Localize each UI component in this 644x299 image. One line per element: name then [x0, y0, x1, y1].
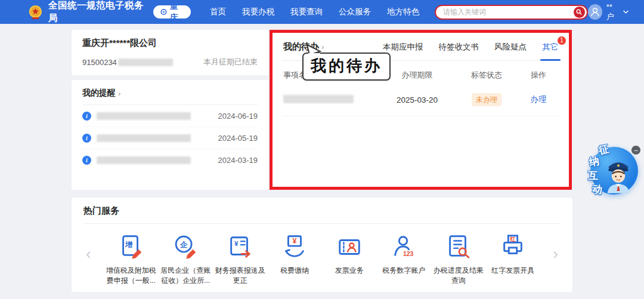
service-vat-declare[interactable]: 增 增值税及附加税费申报（一般... — [104, 233, 159, 286]
service-label: 税务数字账户 — [382, 266, 425, 276]
nav-item-handle-tax[interactable]: 我要办税 — [242, 7, 274, 17]
tab-others[interactable]: 其它 1 — [542, 42, 558, 53]
nav-item-public-service[interactable]: 公众服务 — [339, 7, 371, 17]
red-invoice-icon: 红 — [499, 233, 527, 261]
service-resident-enterprise[interactable]: 企 居民企业（查账征收）企业所... — [159, 233, 213, 286]
search-input[interactable] — [443, 8, 574, 16]
digital-account-icon: 123 — [390, 233, 417, 261]
tax-payment-icon: ¥ — [281, 233, 308, 261]
company-info-card: 重庆开******限公司 91500234 本月征期已结束 — [72, 30, 268, 75]
location-label: 重庆 — [170, 1, 184, 23]
tax-bureau-logo — [27, 4, 44, 20]
reminder-date: 2024-06-19 — [218, 112, 258, 121]
vat-declare-icon: 增 — [117, 233, 145, 261]
reminder-date: 2024-03-19 — [218, 156, 258, 165]
my-todo-panel-highlighted: 我的待办 › 本期应申报 待签收文书 风险疑点 其它 1 我的待办 事项名称 办… — [270, 30, 572, 190]
service-label: 发票业务 — [335, 266, 364, 276]
redacted-text — [118, 58, 173, 66]
todo-item-name — [283, 95, 380, 105]
user-icon — [589, 5, 602, 19]
redacted-text — [97, 112, 191, 120]
service-label: 办税进度及结果查询 — [431, 266, 486, 286]
info-icon: i — [82, 134, 91, 143]
mascot-label: 纳 — [588, 154, 600, 169]
hot-services-title: 热门服务 — [83, 205, 561, 217]
redacted-text — [97, 156, 191, 164]
svg-text:红: 红 — [509, 236, 516, 242]
tab-risk-points[interactable]: 风险疑点 — [494, 42, 527, 53]
todo-deadline: 2025-03-20 — [380, 95, 454, 104]
chevron-down-icon — [623, 10, 628, 14]
svg-text:123: 123 — [403, 250, 414, 257]
site-title: 全国统一规范电子税务局 — [48, 0, 146, 24]
service-financial-report[interactable]: ¥ 财务报表报送及更正 — [213, 233, 268, 286]
service-digital-account[interactable]: 123 税务数字账户 — [377, 233, 432, 286]
financial-report-icon: ¥ — [227, 233, 254, 261]
mascot-label: 互 — [588, 169, 598, 183]
todo-action-cell: 办理 — [519, 94, 558, 105]
interaction-assistant-widget[interactable]: – 征 纳 互 动 — [583, 142, 640, 202]
carousel-next-icon[interactable]: › — [553, 246, 558, 261]
info-icon: i — [82, 112, 91, 121]
location-pin-icon — [160, 8, 168, 16]
svg-text:¥: ¥ — [234, 240, 239, 247]
reminder-item[interactable]: i 2024-05-19 — [82, 127, 258, 149]
services-carousel: ‹ 增 增值税及附加税费申报（一般... 企 居民企业（查账征收）企业所... — [83, 233, 561, 286]
service-tax-payment[interactable]: ¥ 税费缴纳 — [268, 233, 323, 286]
reminder-item[interactable]: i 2024-03-19 — [82, 149, 258, 171]
search-icon — [575, 8, 583, 16]
column-action: 操作 — [519, 70, 558, 81]
service-label: 财务报表报送及更正 — [213, 266, 268, 286]
service-red-invoice[interactable]: 红 红字发票开具 — [486, 233, 541, 286]
service-label: 增值税及附加税费申报（一般... — [104, 266, 159, 286]
column-deadline: 办理期限 — [380, 70, 454, 81]
avatar[interactable] — [588, 4, 602, 20]
redacted-text — [283, 95, 354, 103]
service-label: 红字发票开具 — [491, 266, 534, 276]
chevron-right-icon: › — [321, 42, 324, 51]
nav-item-home[interactable]: 首页 — [210, 7, 226, 17]
nav-item-query[interactable]: 我要查询 — [290, 7, 323, 17]
main-nav-menu: 首页 我要办税 我要查询 公众服务 地方特色 — [210, 7, 419, 17]
invoice-business-icon — [336, 233, 363, 261]
service-invoice-business[interactable]: 发票业务 — [322, 233, 377, 286]
mascot-officer-illustration — [601, 154, 636, 196]
username: **户 — [606, 2, 619, 22]
search-box[interactable] — [435, 5, 588, 20]
company-name: 重庆开******限公司 — [82, 38, 258, 49]
annotation-callout: 我的待办 — [302, 53, 391, 81]
todo-tabs: 本期应申报 待签收文书 风险疑点 其它 1 — [383, 42, 558, 53]
chevron-right-icon: › — [118, 89, 120, 98]
nav-item-local-features[interactable]: 地方特色 — [387, 7, 419, 17]
handle-link[interactable]: 办理 — [531, 95, 547, 104]
todo-table-row: 2025-03-20 未办理 办理 — [282, 93, 559, 116]
my-reminders-card: 我的提醒 › i 2024-06-19 i 2024-05-19 i 2024-… — [72, 80, 268, 190]
tab-documents-to-sign[interactable]: 待签收文书 — [439, 42, 479, 53]
reminder-date: 2024-05-19 — [218, 134, 258, 143]
location-selector[interactable]: 重庆 — [153, 5, 191, 19]
service-label: 居民企业（查账征收）企业所... — [159, 266, 213, 286]
notification-badge: 1 — [558, 36, 566, 45]
tax-id: 91500234 — [82, 58, 173, 67]
top-navbar: 全国统一规范电子税务局 重庆 首页 我要办税 我要查询 公众服务 地方特色 — [0, 0, 644, 24]
status-badge: 未办理 — [472, 93, 501, 106]
reminder-item[interactable]: i 2024-06-19 — [82, 105, 258, 127]
search-button[interactable] — [574, 7, 585, 18]
callout-tail — [306, 44, 321, 56]
reminders-header[interactable]: 我的提醒 › — [82, 88, 258, 98]
period-status: 本月征期已结束 — [203, 57, 258, 67]
service-progress-query[interactable]: 办税进度及结果查询 — [431, 233, 486, 286]
redacted-text — [97, 134, 191, 142]
carousel-prev-icon[interactable]: ‹ — [86, 246, 91, 261]
column-status: 标签状态 — [454, 70, 519, 81]
svg-text:增: 增 — [125, 241, 132, 249]
svg-text:企: 企 — [179, 241, 188, 249]
resident-enterprise-icon: 企 — [172, 233, 199, 261]
svg-text:¥: ¥ — [293, 237, 297, 245]
todo-status: 未办理 — [454, 93, 519, 106]
minimize-icon[interactable]: – — [631, 146, 640, 155]
tab-current-declaration[interactable]: 本期应申报 — [383, 42, 423, 53]
info-icon: i — [82, 156, 91, 165]
user-menu[interactable]: **户 — [588, 2, 628, 22]
service-label: 税费缴纳 — [280, 266, 309, 276]
